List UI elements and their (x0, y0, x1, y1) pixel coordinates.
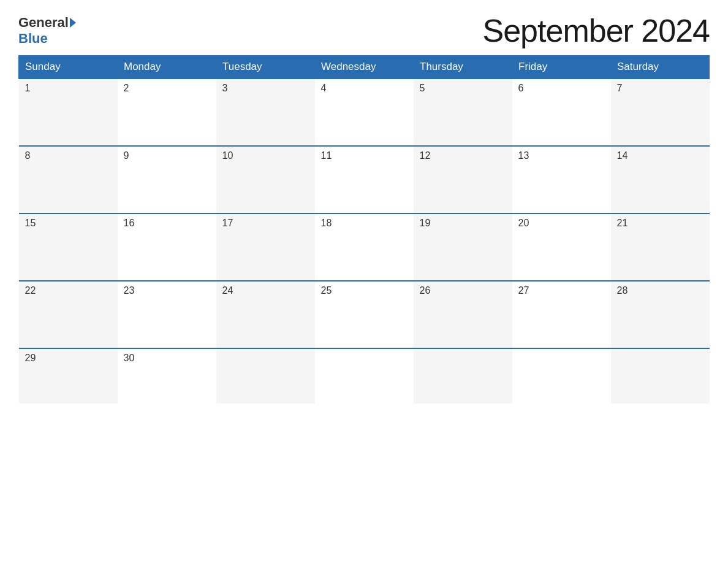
day-number: 25 (321, 285, 332, 296)
calendar-day-cell (414, 348, 512, 404)
calendar-day-cell: 11 (315, 146, 414, 213)
calendar-day-cell (315, 348, 414, 404)
day-number: 30 (124, 353, 135, 363)
calendar-table: Sunday Monday Tuesday Wednesday Thursday… (18, 55, 710, 404)
day-number: 29 (25, 353, 36, 363)
calendar-day-cell: 14 (611, 146, 710, 213)
calendar-day-cell: 8 (19, 146, 118, 213)
logo: General Blue (18, 15, 77, 47)
calendar-day-cell: 17 (216, 213, 315, 281)
calendar-day-cell (512, 348, 611, 404)
calendar-day-cell: 10 (216, 146, 315, 213)
day-number: 14 (617, 150, 628, 161)
day-number: 20 (518, 218, 529, 228)
day-number: 4 (321, 83, 327, 93)
logo-general-text: General (18, 15, 69, 31)
day-number: 1 (25, 83, 31, 93)
calendar-day-cell: 1 (19, 79, 118, 146)
day-number: 10 (222, 150, 233, 161)
calendar-day-cell: 30 (118, 348, 216, 404)
day-number: 21 (617, 218, 628, 228)
day-number: 26 (420, 285, 431, 296)
day-number: 11 (321, 150, 332, 161)
calendar-week-row: 2930 (19, 348, 710, 404)
header-tuesday: Tuesday (216, 56, 315, 79)
calendar-day-cell: 28 (611, 281, 710, 348)
day-number: 8 (25, 150, 31, 161)
calendar-week-row: 15161718192021 (19, 213, 710, 281)
calendar-day-cell: 26 (414, 281, 512, 348)
calendar-day-cell: 19 (414, 213, 512, 281)
day-number: 19 (420, 218, 431, 228)
logo-blue-text: Blue (18, 31, 48, 46)
logo-triangle-icon (70, 18, 76, 28)
calendar-day-cell: 18 (315, 213, 414, 281)
day-number: 28 (617, 285, 628, 296)
day-number: 12 (420, 150, 431, 161)
calendar-day-cell (216, 348, 315, 404)
calendar-day-cell: 9 (118, 146, 216, 213)
calendar-header-row: Sunday Monday Tuesday Wednesday Thursday… (19, 56, 710, 79)
calendar-day-cell: 29 (19, 348, 118, 404)
calendar-day-cell: 3 (216, 79, 315, 146)
calendar-week-row: 891011121314 (19, 146, 710, 213)
day-number: 22 (25, 285, 36, 296)
header-sunday: Sunday (19, 56, 118, 79)
calendar-day-cell: 4 (315, 79, 414, 146)
day-number: 2 (124, 83, 129, 93)
calendar-day-cell: 21 (611, 213, 710, 281)
month-title: September 2024 (483, 12, 710, 49)
calendar-day-cell: 2 (118, 79, 216, 146)
calendar-day-cell: 6 (512, 79, 611, 146)
calendar-day-cell: 16 (118, 213, 216, 281)
calendar-week-row: 1234567 (19, 79, 710, 146)
calendar-day-cell: 25 (315, 281, 414, 348)
day-number: 27 (518, 285, 529, 296)
day-number: 18 (321, 218, 332, 228)
day-number: 17 (222, 218, 233, 228)
day-number: 16 (124, 218, 135, 228)
day-number: 13 (518, 150, 529, 161)
header-monday: Monday (118, 56, 216, 79)
day-number: 3 (222, 83, 228, 93)
header-wednesday: Wednesday (315, 56, 414, 79)
calendar-day-cell: 7 (611, 79, 710, 146)
page-header: General Blue September 2024 (18, 12, 710, 49)
calendar-day-cell: 12 (414, 146, 512, 213)
day-number: 15 (25, 218, 36, 228)
calendar-day-cell: 23 (118, 281, 216, 348)
calendar-day-cell: 20 (512, 213, 611, 281)
day-number: 24 (222, 285, 233, 296)
calendar-day-cell: 22 (19, 281, 118, 348)
day-number: 9 (124, 150, 129, 161)
calendar-day-cell: 13 (512, 146, 611, 213)
day-number: 6 (518, 83, 524, 93)
day-number: 23 (124, 285, 135, 296)
calendar-day-cell: 27 (512, 281, 611, 348)
day-number: 7 (617, 83, 623, 93)
header-saturday: Saturday (611, 56, 710, 79)
calendar-week-row: 22232425262728 (19, 281, 710, 348)
calendar-day-cell (611, 348, 710, 404)
calendar-day-cell: 15 (19, 213, 118, 281)
header-thursday: Thursday (414, 56, 512, 79)
day-number: 5 (420, 83, 425, 93)
calendar-day-cell: 5 (414, 79, 512, 146)
header-friday: Friday (512, 56, 611, 79)
calendar-day-cell: 24 (216, 281, 315, 348)
